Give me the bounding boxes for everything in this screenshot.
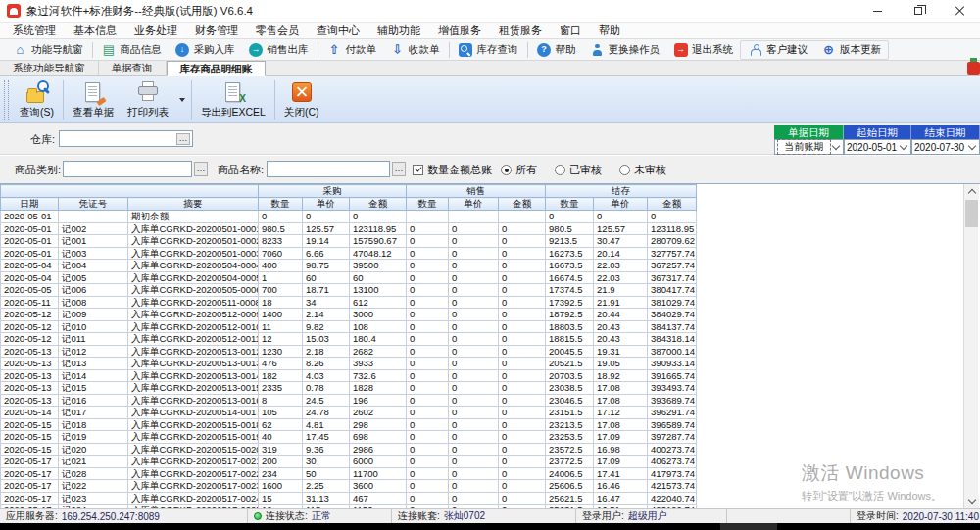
audit-all-radio[interactable]: 所有	[501, 163, 537, 177]
col-balance-amount[interactable]: 金额	[648, 198, 697, 211]
menu-retail-member[interactable]: 零售会员	[247, 23, 308, 38]
table-cell: 60	[350, 271, 407, 284]
scrollbar-thumb[interactable]	[965, 200, 978, 227]
menu-auxiliary[interactable]: 辅助功能	[368, 23, 429, 38]
table-row[interactable]: 2020-05-01期初余额000000	[1, 211, 697, 223]
goods-info-button[interactable]: ▤ 商品信息	[95, 40, 169, 60]
purchase-in-button[interactable]: ↓ 采购入库	[169, 40, 242, 60]
table-cell: 20703.5	[546, 369, 594, 382]
table-cell: 15.03	[303, 333, 350, 346]
menu-lease[interactable]: 租赁服务	[490, 23, 551, 38]
col-sales-qty[interactable]: 数量	[407, 198, 449, 211]
customer-suggestion-button[interactable]: 客户建议	[741, 40, 814, 60]
export-excel-button[interactable]: X 导出到EXCEL	[194, 77, 272, 122]
menu-system[interactable]: 系统管理	[4, 23, 65, 38]
table-row[interactable]: 2020-05-01记001入库单CGRKD-20200501-00028233…	[1, 235, 697, 248]
payment-voucher-button[interactable]: ⇧ 付款单	[320, 40, 384, 60]
table-cell: 20.44	[594, 309, 648, 321]
product-name-input[interactable]	[267, 161, 390, 177]
table-row[interactable]: 2020-05-17记022入库单CGRKD-20200517-00231600…	[1, 480, 697, 493]
table-row[interactable]: 2020-05-01记003入库单CGRKD-20200501-00037060…	[1, 247, 697, 260]
table-row[interactable]: 2020-05-13记016入库单CGRKD-20200513-0016824.…	[1, 394, 697, 407]
col-sales-amount[interactable]: 金额	[499, 198, 546, 211]
table-row[interactable]: 2020-05-11记008入库单CGRKD-20200511-00081834…	[1, 296, 697, 309]
table-row[interactable]: 2020-05-12记009入库单CGRKD-20200512-00091400…	[1, 309, 697, 321]
tab-system-nav[interactable]: 系统功能导航窗	[0, 61, 99, 75]
col-purchase-price[interactable]: 单价	[303, 198, 350, 211]
edge-badge-icon[interactable]	[967, 58, 980, 76]
table-row[interactable]: 2020-05-17记021入库单CGRKD-20200517-00212003…	[1, 456, 697, 468]
col-purchase-amount[interactable]: 金额	[350, 198, 407, 211]
table-row[interactable]: 2020-05-13记015入库单CGRKD-20200513-00152335…	[1, 382, 697, 395]
restore-button[interactable]	[898, 0, 939, 22]
table-row[interactable]: 2020-05-15记020入库单CGRKD-20200515-00203199…	[1, 443, 697, 456]
toolbar-separator	[449, 42, 450, 58]
table-row[interactable]: 2020-05-17记028入库单CGRKD-20200517-00222345…	[1, 467, 697, 480]
end-date-select[interactable]: 2020-07-30	[911, 139, 980, 155]
query-button[interactable]: 查询(S)	[13, 77, 61, 122]
toolbar-grip-handle[interactable]	[4, 80, 9, 120]
category-browse-button[interactable]: …	[194, 162, 208, 176]
audit-unapproved-radio[interactable]: 未审核	[619, 163, 666, 177]
scroll-down-icon[interactable]	[964, 494, 979, 508]
table-row[interactable]: 2020-05-13记013入库单CGRKD-20200513-00134768…	[1, 358, 697, 370]
table-row[interactable]: 2020-05-17记023入库单CGRKD-20200517-00241531…	[1, 492, 697, 505]
scroll-up-icon[interactable]	[964, 184, 979, 199]
table-cell: 9213.5	[546, 235, 594, 248]
col-purchase-qty[interactable]: 数量	[259, 198, 303, 211]
close-tab-button[interactable]: 关闭(C)	[277, 77, 326, 122]
table-row[interactable]: 2020-05-12记010入库单CGRKD-20200512-0010119.…	[1, 320, 697, 333]
vertical-scrollbar[interactable]	[963, 184, 978, 508]
warehouse-input[interactable]: …	[59, 130, 193, 147]
exit-system-button[interactable]: → 退出系统	[666, 40, 740, 60]
table-cell: 980.5	[546, 222, 594, 235]
col-sales-price[interactable]: 单价	[449, 198, 499, 211]
table-row[interactable]: 2020-05-17记024入库单CGRKD-20200517-00251011…	[1, 505, 697, 509]
table-row[interactable]: 2020-05-01记002入库单CGRKD-20200501-0001980.…	[1, 222, 697, 235]
product-name-browse-button[interactable]: …	[392, 162, 406, 176]
print-list-button[interactable]: 打印列表	[121, 77, 175, 122]
table-row[interactable]: 2020-05-14记017入库单CGRKD-20200514-00171052…	[1, 407, 697, 419]
tab-document-query[interactable]: 单据查询	[99, 61, 167, 75]
col-balance-qty[interactable]: 数量	[546, 198, 594, 211]
table-row[interactable]: 2020-05-13记012入库单CGRKD-20200513-00121230…	[1, 345, 697, 358]
start-date-select[interactable]: 2020-05-01	[844, 139, 911, 155]
tab-stock-ledger[interactable]: 库存商品明细账	[167, 61, 267, 76]
menu-query-center[interactable]: 查询中心	[308, 23, 368, 38]
table-row[interactable]: 2020-05-04记004入库单CGRKD-20200504-00044009…	[1, 260, 697, 272]
sales-out-button[interactable]: → 销售出库	[242, 40, 316, 60]
minimize-button[interactable]	[857, 0, 898, 22]
audit-approved-radio[interactable]: 已审核	[555, 163, 602, 177]
col-summary[interactable]: 摘要	[128, 198, 259, 211]
col-balance-price[interactable]: 单价	[594, 198, 648, 211]
menu-business[interactable]: 业务处理	[125, 23, 186, 38]
chevron-down-icon	[832, 141, 840, 149]
receipt-voucher-button[interactable]: ⇩ 收款单	[383, 40, 447, 60]
table-cell: 0	[407, 222, 449, 235]
print-dropdown-caret-icon[interactable]	[179, 98, 185, 102]
menu-basic-info[interactable]: 基本信息	[65, 23, 125, 38]
menu-window[interactable]: 窗口	[551, 23, 590, 38]
col-date[interactable]: 日期	[1, 198, 59, 211]
table-row[interactable]: 2020-05-12记011入库单CGRKD-20200512-00111215…	[1, 333, 697, 346]
help-button[interactable]: ? 帮助	[530, 40, 583, 60]
view-document-button[interactable]: 查看单据	[66, 77, 121, 122]
col-voucher[interactable]: 凭证号	[59, 198, 128, 211]
table-row[interactable]: 2020-05-05记006入库单CGRKD-20200505-00067001…	[1, 284, 697, 297]
nav-window-button[interactable]: ⌂ 功能导航窗	[6, 40, 90, 60]
switch-operator-button[interactable]: 更换操作员	[583, 40, 667, 60]
qty-amount-summary-checkbox[interactable]: 数量金额总账	[413, 163, 492, 177]
table-row[interactable]: 2020-05-15记018入库单CGRKD-20200515-0018624.…	[1, 418, 697, 431]
close-button[interactable]	[939, 0, 980, 22]
table-row[interactable]: 2020-05-04记005入库单CGRKD-20200504-00051606…	[1, 271, 697, 284]
menu-value-added[interactable]: 增值服务	[429, 23, 490, 38]
warehouse-browse-button[interactable]: …	[176, 133, 190, 145]
version-update-button[interactable]: ⊕ 版本更新	[814, 40, 888, 60]
table-row[interactable]: 2020-05-15记019入库单CGRKD-20200515-00194017…	[1, 431, 697, 444]
stock-query-button[interactable]: 库存查询	[452, 40, 525, 60]
period-select[interactable]: 当前账期	[774, 139, 844, 155]
menu-help[interactable]: 帮助	[590, 23, 629, 38]
category-input[interactable]	[63, 161, 192, 177]
menu-finance[interactable]: 财务管理	[186, 23, 247, 38]
table-row[interactable]: 2020-05-13记014入库单CGRKD-20200513-00141824…	[1, 369, 697, 382]
